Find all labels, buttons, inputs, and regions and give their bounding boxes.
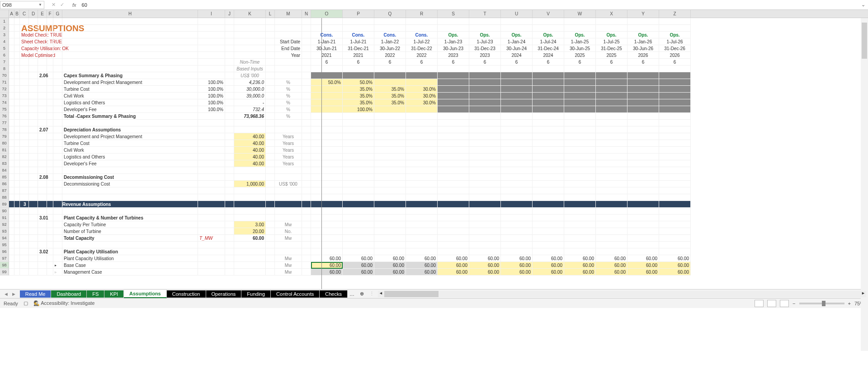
cell[interactable]: 1-Jul-25 xyxy=(596,38,627,45)
cell[interactable] xyxy=(234,208,266,215)
cell[interactable] xyxy=(533,242,564,248)
cell[interactable] xyxy=(29,147,38,154)
cell[interactable]: Ops. xyxy=(659,32,691,38)
cell[interactable] xyxy=(374,154,406,160)
cell[interactable]: 30-Jun-23 xyxy=(438,45,469,52)
cell[interactable] xyxy=(374,113,406,120)
cell[interactable] xyxy=(47,248,53,255)
cell[interactable] xyxy=(20,215,29,221)
cell[interactable] xyxy=(596,208,627,215)
cell[interactable] xyxy=(659,154,691,160)
cell[interactable] xyxy=(266,93,275,99)
cell[interactable] xyxy=(311,181,343,187)
cell[interactable] xyxy=(198,255,225,262)
view-pagebreak-icon[interactable] xyxy=(780,300,789,307)
cell[interactable]: 60.00 xyxy=(564,255,596,262)
cell[interactable] xyxy=(14,242,20,248)
cell[interactable] xyxy=(225,38,234,45)
cell[interactable] xyxy=(374,140,406,147)
cell[interactable]: Turbine Cost xyxy=(62,86,198,93)
cell[interactable]: 60.00 xyxy=(406,262,438,269)
cell[interactable] xyxy=(38,140,47,147)
cell[interactable] xyxy=(438,113,469,120)
row-header[interactable]: 6 xyxy=(0,52,9,59)
cell[interactable] xyxy=(47,38,53,45)
cell[interactable] xyxy=(53,106,62,113)
cell[interactable]: 40.00 xyxy=(234,133,266,140)
cell[interactable] xyxy=(564,126,596,133)
cell[interactable] xyxy=(659,79,691,86)
cell[interactable] xyxy=(266,120,275,126)
view-layout-icon[interactable] xyxy=(767,300,776,307)
cell[interactable] xyxy=(469,65,501,72)
cell[interactable] xyxy=(564,106,596,113)
cell[interactable] xyxy=(627,242,659,248)
cell[interactable] xyxy=(20,147,29,154)
col-R[interactable]: R xyxy=(406,10,438,18)
cell[interactable] xyxy=(20,228,29,235)
cell[interactable] xyxy=(198,25,225,32)
cell[interactable] xyxy=(406,106,438,113)
cell[interactable]: 35.0% xyxy=(374,99,406,106)
cell[interactable] xyxy=(29,187,38,194)
cell[interactable] xyxy=(659,93,691,99)
cell[interactable] xyxy=(38,99,47,106)
cell[interactable] xyxy=(627,120,659,126)
cell[interactable] xyxy=(302,99,311,106)
cell[interactable] xyxy=(343,181,374,187)
cell[interactable] xyxy=(533,72,564,79)
cell[interactable]: 3.01 xyxy=(38,215,47,221)
cell[interactable]: 60.00 xyxy=(596,262,627,269)
cell[interactable] xyxy=(29,255,38,262)
cell[interactable]: 2024 xyxy=(501,52,533,59)
cell[interactable] xyxy=(501,181,533,187)
cell[interactable] xyxy=(596,174,627,181)
cell[interactable] xyxy=(266,235,275,242)
cell[interactable] xyxy=(53,25,62,32)
cell[interactable] xyxy=(469,25,501,32)
cell[interactable] xyxy=(198,32,225,38)
cell[interactable]: 40.00 xyxy=(234,154,266,160)
cell[interactable]: 35.0% xyxy=(343,99,374,106)
cell[interactable] xyxy=(14,59,20,65)
cell[interactable]: US$ '000 xyxy=(275,181,302,187)
select-all[interactable] xyxy=(0,10,9,18)
cell[interactable] xyxy=(234,255,266,262)
row-header[interactable]: 85 xyxy=(0,174,9,181)
cell[interactable] xyxy=(29,79,38,86)
cancel-icon[interactable]: ✕ xyxy=(50,2,57,8)
cell[interactable] xyxy=(374,221,406,228)
row-header[interactable]: 73 xyxy=(0,93,9,99)
cell[interactable] xyxy=(374,65,406,72)
cell[interactable] xyxy=(62,59,198,65)
cell[interactable] xyxy=(38,262,47,269)
cell[interactable] xyxy=(374,25,406,32)
cell[interactable] xyxy=(438,93,469,99)
cell[interactable] xyxy=(659,187,691,194)
cell[interactable] xyxy=(53,174,62,181)
cell[interactable]: 40.00 xyxy=(234,160,266,167)
cell[interactable] xyxy=(596,140,627,147)
cell[interactable] xyxy=(225,215,234,221)
cell[interactable]: Ops. xyxy=(564,32,596,38)
cell[interactable] xyxy=(469,93,501,99)
row-header[interactable]: 80 xyxy=(0,140,9,147)
cell[interactable] xyxy=(596,120,627,126)
cell[interactable] xyxy=(9,38,14,45)
cell[interactable] xyxy=(406,72,438,79)
cell[interactable]: 60.00 xyxy=(374,269,406,275)
cell[interactable]: 30.0% xyxy=(406,93,438,99)
cell[interactable] xyxy=(225,93,234,99)
cell[interactable] xyxy=(266,99,275,106)
cell[interactable] xyxy=(266,242,275,248)
fx-icon[interactable]: fx xyxy=(70,2,79,8)
cell[interactable] xyxy=(533,140,564,147)
cell[interactable] xyxy=(564,187,596,194)
cell[interactable] xyxy=(659,147,691,154)
zoom-slider[interactable] xyxy=(799,303,844,304)
cell[interactable] xyxy=(198,18,225,25)
cell[interactable] xyxy=(533,86,564,93)
cell[interactable] xyxy=(234,194,266,201)
cell[interactable]: 30.0% xyxy=(406,86,438,93)
cell[interactable]: 40.00 xyxy=(234,140,266,147)
